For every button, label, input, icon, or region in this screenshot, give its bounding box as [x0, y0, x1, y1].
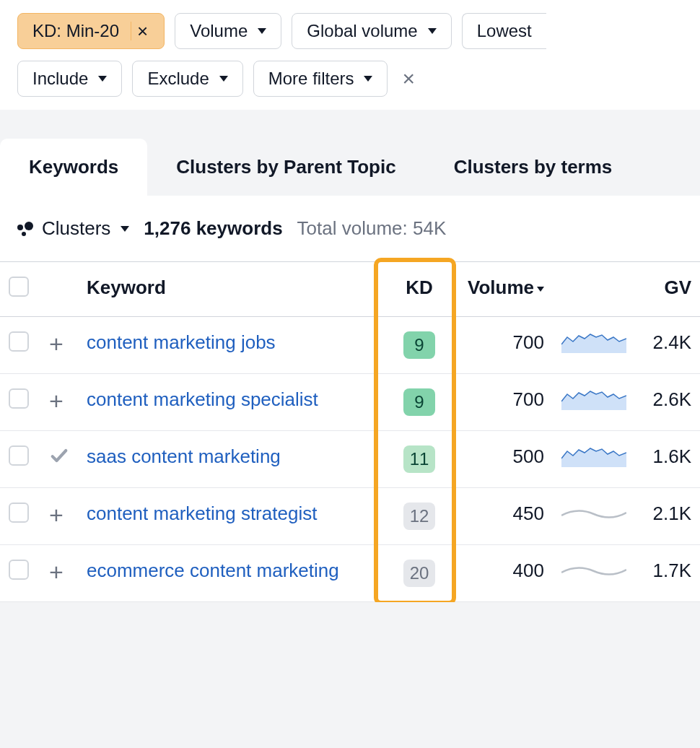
volume-value: 500: [513, 445, 544, 467]
clusters-button[interactable]: Clusters: [17, 217, 129, 240]
filter-include[interactable]: Include: [17, 61, 122, 97]
filter-global-volume[interactable]: Global volume: [292, 13, 451, 49]
kd-badge: 12: [403, 503, 435, 530]
filter-bar: KD: Min-20 × Volume Global volume Lowest…: [0, 0, 700, 110]
keyword-count: 1,276 keywords: [144, 217, 282, 240]
keyword-link[interactable]: content marketing jobs: [87, 331, 276, 353]
tabs: Keywords Clusters by Parent Topic Cluste…: [0, 139, 700, 196]
sparkline-blue-icon: [561, 450, 626, 471]
gv-value: 2.4K: [653, 331, 692, 353]
table-wrap: Keyword KD Volume GV +content marketing …: [0, 261, 700, 602]
filter-lowest-label: Lowest: [477, 21, 532, 41]
cluster-icon: [17, 220, 35, 238]
volume-value: 450: [513, 503, 544, 524]
filter-volume-label: Volume: [190, 21, 248, 41]
clear-filters-icon[interactable]: ×: [398, 66, 419, 91]
check-icon: [49, 448, 69, 470]
col-header-spark: [553, 262, 635, 317]
filter-exclude[interactable]: Exclude: [132, 61, 242, 97]
gv-value: 1.7K: [653, 560, 692, 581]
filter-more-label: More filters: [268, 69, 354, 89]
chevron-down-icon: [219, 76, 228, 82]
gv-value: 2.1K: [653, 503, 692, 524]
chevron-down-icon: [98, 76, 107, 82]
tab-clusters-parent-label: Clusters by Parent Topic: [176, 156, 395, 178]
row-checkbox[interactable]: [9, 388, 29, 409]
sparkline-grey-icon: [561, 564, 626, 586]
total-volume: Total volume: 54K: [297, 217, 447, 240]
keyword-link[interactable]: content marketing strategist: [87, 503, 317, 524]
table-row: saas content marketing11500 1.6K: [0, 431, 700, 488]
chevron-down-icon: [364, 76, 372, 82]
col-header-volume[interactable]: Volume: [459, 262, 553, 317]
filter-more[interactable]: More filters: [253, 61, 388, 97]
filter-exclude-label: Exclude: [147, 69, 209, 89]
gv-value: 1.6K: [653, 445, 692, 467]
chevron-down-icon: [258, 28, 266, 34]
col-header-gv-label: GV: [664, 277, 691, 298]
select-all-checkbox[interactable]: [9, 277, 29, 297]
filter-row-1: KD: Min-20 × Volume Global volume Lowest: [17, 13, 683, 49]
filter-lowest[interactable]: Lowest: [462, 13, 546, 49]
tab-clusters-terms-label: Clusters by terms: [454, 156, 613, 178]
kd-badge: 9: [403, 388, 435, 416]
row-checkbox[interactable]: [9, 445, 29, 466]
row-checkbox[interactable]: [9, 503, 29, 523]
col-header-volume-label: Volume: [468, 277, 534, 298]
keyword-link[interactable]: saas content marketing: [87, 445, 281, 467]
volume-value: 700: [513, 388, 544, 410]
expand-button[interactable]: +: [49, 558, 64, 586]
row-checkbox[interactable]: [9, 331, 29, 352]
sparkline-blue-icon: [561, 336, 626, 357]
col-header-gv[interactable]: GV: [635, 262, 700, 317]
keyword-link[interactable]: content marketing specialist: [87, 388, 318, 410]
kd-badge: 11: [403, 445, 435, 473]
tab-keywords[interactable]: Keywords: [0, 139, 147, 196]
col-header-kd-label: KD: [406, 277, 433, 298]
volume-value: 700: [513, 331, 544, 353]
content-panel: Clusters 1,276 keywords Total volume: 54…: [0, 196, 700, 602]
filter-global-volume-label: Global volume: [307, 21, 417, 41]
expand-button[interactable]: +: [49, 387, 64, 414]
tab-clusters-parent[interactable]: Clusters by Parent Topic: [147, 139, 424, 196]
filter-volume[interactable]: Volume: [175, 13, 281, 49]
keywords-table: Keyword KD Volume GV +content marketing …: [0, 261, 700, 602]
sort-desc-icon: [537, 287, 544, 292]
filter-chip-kd-label: KD: Min-20: [32, 21, 119, 41]
kd-badge: 20: [403, 560, 435, 587]
filter-row-2: Include Exclude More filters ×: [17, 61, 683, 97]
table-row: +content marketing jobs9700 2.4K: [0, 317, 700, 374]
tab-keywords-label: Keywords: [29, 156, 118, 178]
col-header-keyword-label: Keyword: [87, 277, 166, 298]
table-row: +content marketing specialist9700 2.6K: [0, 374, 700, 431]
table-row: +content marketing strategist12450 2.1K: [0, 488, 700, 545]
gv-value: 2.6K: [653, 388, 692, 410]
remove-filter-icon[interactable]: ×: [131, 22, 154, 40]
filter-chip-kd[interactable]: KD: Min-20 ×: [17, 13, 165, 49]
filter-include-label: Include: [32, 69, 88, 89]
kd-badge: 9: [403, 331, 435, 359]
table-row: +ecommerce content marketing20400 1.7K: [0, 545, 700, 602]
tab-clusters-terms[interactable]: Clusters by terms: [425, 139, 642, 196]
expand-button[interactable]: +: [49, 501, 64, 529]
col-header-kd[interactable]: KD: [380, 262, 459, 317]
col-header-keyword[interactable]: Keyword: [78, 262, 380, 317]
col-header-checkbox: [0, 262, 40, 317]
col-header-expand: [40, 262, 78, 317]
meta-row: Clusters 1,276 keywords Total volume: 54…: [0, 196, 700, 261]
chevron-down-icon: [428, 28, 437, 34]
volume-value: 400: [513, 560, 544, 581]
chevron-down-icon: [121, 226, 129, 232]
sparkline-blue-icon: [561, 393, 626, 414]
keyword-link[interactable]: ecommerce content marketing: [87, 560, 339, 581]
clusters-label: Clusters: [42, 217, 110, 240]
expand-button[interactable]: +: [49, 330, 64, 357]
row-checkbox[interactable]: [9, 560, 29, 580]
sparkline-grey-icon: [561, 507, 626, 529]
